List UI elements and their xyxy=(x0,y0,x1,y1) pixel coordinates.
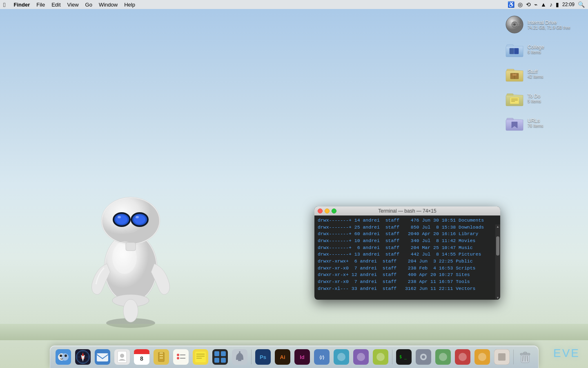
accessibility-icon[interactable]: ♿ xyxy=(508,1,514,8)
internal-drive-text: Internal Drive 74.21 GB, 71.9 GB free xyxy=(528,20,570,30)
terminal-content: drwx-------+ 14 andrei staff 476 Jun 30 … xyxy=(314,215,500,291)
svg-point-99 xyxy=(459,353,467,361)
stuff-sub: 42 Items xyxy=(528,74,543,79)
dock-app21[interactable] xyxy=(454,348,472,366)
scrollbar-thumb[interactable] xyxy=(496,236,499,256)
close-button[interactable] xyxy=(318,209,323,213)
desktop-icon-internal-drive[interactable]: Internal Drive 74.21 GB, 71.9 GB free xyxy=(502,13,584,36)
dock-contacts[interactable] xyxy=(113,348,131,366)
minimize-button[interactable] xyxy=(325,209,330,213)
desktop-icon-todo[interactable]: To Do 5 Items xyxy=(502,87,584,110)
dock-calendar[interactable]: 8 xyxy=(133,348,151,366)
svg-rect-56 xyxy=(160,352,163,354)
stuff-name: Stuff xyxy=(528,69,543,74)
maximize-button[interactable] xyxy=(332,209,336,213)
terminal-titlebar: Terminal — bash — 74×15 xyxy=(314,206,500,215)
dock-photoshop[interactable]: Ps xyxy=(254,348,272,366)
spotlight-icon[interactable]: ◎ xyxy=(518,1,523,8)
menubar-file[interactable]: File xyxy=(36,2,45,8)
svg-rect-75 xyxy=(238,360,241,361)
desktop-icon-college[interactable]: College 6 Items xyxy=(502,38,584,61)
svg-point-36 xyxy=(60,355,62,357)
dock-mail[interactable] xyxy=(94,348,111,366)
menubar-view[interactable]: View xyxy=(67,2,79,8)
battery-icon[interactable]: ▮ xyxy=(556,1,559,8)
dock-divider-2 xyxy=(392,350,392,364)
svg-point-28 xyxy=(136,216,139,218)
svg-point-101 xyxy=(478,353,486,361)
table-row: drwxr-xl--- 33 andrei staff 3162 Jun 11 … xyxy=(318,285,492,291)
dock-divider-3 xyxy=(513,350,514,364)
urls-name: URLs xyxy=(528,118,543,123)
apple-menu[interactable]:  xyxy=(3,1,5,8)
stuff-text: Stuff 42 Items xyxy=(528,69,543,79)
menubar-help[interactable]: Help xyxy=(124,2,135,8)
timemachine-icon[interactable]: ⟲ xyxy=(526,1,531,8)
svg-text:⟨/⟩: ⟨/⟩ xyxy=(319,355,324,360)
todo-sub: 5 Items xyxy=(528,99,541,103)
dock-reminders[interactable] xyxy=(172,348,190,366)
menubar-edit[interactable]: Edit xyxy=(51,2,60,8)
svg-point-35 xyxy=(61,353,69,361)
dock-app22[interactable] xyxy=(473,348,491,366)
menubar-finder[interactable]: Finder xyxy=(13,2,30,8)
svg-rect-46 xyxy=(97,353,108,361)
svg-text:Ps: Ps xyxy=(260,354,266,360)
scroll-up-arrow[interactable]: ▲ xyxy=(496,224,499,229)
dock-finder[interactable] xyxy=(54,348,72,366)
svg-text:Id: Id xyxy=(300,354,305,360)
eve-robot xyxy=(74,141,188,337)
svg-point-76 xyxy=(239,351,241,353)
wifi-icon[interactable]: ▲ xyxy=(541,1,546,8)
svg-rect-30 xyxy=(126,242,136,251)
dock-app20[interactable] xyxy=(434,348,452,366)
volume-icon[interactable]: ♪ xyxy=(550,1,552,8)
dock-stickies[interactable] xyxy=(192,348,209,366)
menubar-left:  Finder File Edit View Go Window Help xyxy=(3,1,135,8)
svg-point-20 xyxy=(102,198,159,244)
svg-rect-103 xyxy=(498,353,506,361)
svg-rect-55 xyxy=(158,352,164,361)
dock-safari[interactable] xyxy=(74,348,92,366)
svg-rect-70 xyxy=(214,351,219,356)
menubar-window[interactable]: Window xyxy=(99,2,118,8)
svg-rect-65 xyxy=(195,352,206,362)
dock-app23[interactable] xyxy=(493,348,511,366)
dock-app16[interactable] xyxy=(352,348,370,366)
desktop-icon-urls[interactable]: URLs 76 Items xyxy=(502,111,584,134)
svg-point-86 xyxy=(337,353,345,361)
svg-point-97 xyxy=(439,353,447,361)
table-row: drwx-------+ 25 andrei staff 850 Jul 8 1… xyxy=(318,224,492,231)
svg-point-32 xyxy=(123,299,138,322)
dock-app17[interactable] xyxy=(372,348,390,366)
desktop-icon-stuff[interactable]: Stuff 42 Items xyxy=(502,62,584,85)
dock-archive[interactable] xyxy=(152,348,170,366)
svg-rect-73 xyxy=(221,358,226,363)
table-row: drwx-------+ 14 andrei staff 476 Jun 30 … xyxy=(318,217,492,224)
dock-spaces[interactable] xyxy=(211,348,229,366)
svg-rect-7 xyxy=(514,48,519,54)
svg-point-88 xyxy=(357,353,365,361)
dock-illustrator[interactable]: Ai xyxy=(274,348,292,366)
svg-text:Ai: Ai xyxy=(280,354,285,360)
svg-rect-11 xyxy=(512,74,517,76)
dock-container: 8 Ps Ai Id xyxy=(0,339,588,368)
scroll-down-arrow[interactable]: ▼ xyxy=(496,296,499,300)
table-row: drwxr-xr-x0 7 andrei staff 238 Feb 4 16:… xyxy=(318,265,492,272)
dock-trash[interactable] xyxy=(516,348,534,366)
dock-system-preferences[interactable] xyxy=(414,348,432,366)
dock-terminal[interactable]: $ _ xyxy=(395,348,413,366)
dock-notification[interactable] xyxy=(231,348,249,366)
dock-indesign[interactable]: Id xyxy=(293,348,311,366)
dock-xcode[interactable]: ⟨/⟩ xyxy=(313,348,331,366)
urls-text: URLs 76 Items xyxy=(528,118,543,128)
college-sub: 6 Items xyxy=(528,50,544,54)
urls-sub: 76 Items xyxy=(528,123,543,128)
college-icon xyxy=(505,39,524,59)
bluetooth-icon[interactable]: ⌁ xyxy=(534,1,537,8)
search-icon[interactable]: 🔍 xyxy=(578,1,585,8)
scrollbar-track[interactable] xyxy=(496,230,499,294)
menubar-go[interactable]: Go xyxy=(85,2,92,8)
dock-app15[interactable] xyxy=(332,348,350,366)
terminal-scrollbar[interactable]: ▲ ▼ xyxy=(495,224,500,300)
